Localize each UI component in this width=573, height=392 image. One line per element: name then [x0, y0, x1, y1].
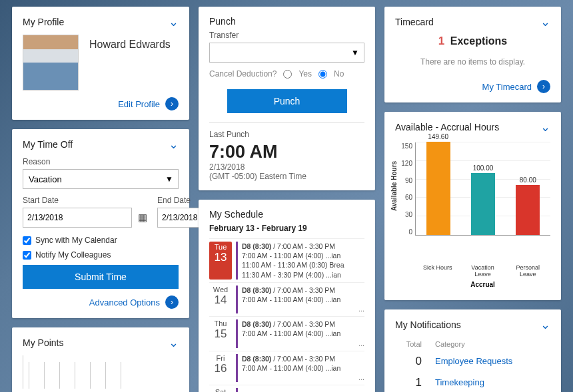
y-tick: 60: [395, 194, 412, 201]
bar: 149.60: [420, 133, 456, 235]
accrual-chart: Available Hours 1501209060300 149.60100.…: [395, 140, 550, 291]
chart-tick: [29, 362, 29, 389]
card-title: Timecard: [395, 17, 434, 27]
schedule-range: February 13 - February 19: [209, 224, 364, 233]
notify-checkbox[interactable]: [23, 251, 31, 260]
y-axis-title: Available Hours: [390, 140, 398, 233]
cancel-deduction-label: Cancel Deduction?: [209, 69, 277, 79]
timezone-text: (GMT -05:00) Eastern Time: [209, 172, 364, 181]
advanced-options-link[interactable]: Advanced Options ›: [23, 295, 179, 309]
y-tick: 90: [395, 177, 412, 184]
notification-total: 0: [395, 355, 422, 368]
x-label: Vacation Leave: [464, 265, 501, 278]
last-punch-date: 2/13/2018: [209, 162, 364, 172]
card-title: My Schedule: [209, 209, 263, 220]
day-box: Wed14: [209, 286, 232, 314]
notify-label: Notify My Colleagues: [35, 250, 111, 260]
col-total-header: Total: [395, 340, 422, 348]
profile-name: Howard Edwards: [89, 39, 171, 51]
arrow-right-icon: ›: [165, 295, 179, 309]
chart-tick: [121, 362, 121, 389]
exceptions-count: 1: [438, 35, 444, 47]
bar: 80.00: [510, 176, 546, 235]
day-lines: D8 (8:30) / 7:00 AM - 3:30 PM7:00 AM - 1…: [236, 242, 364, 280]
day-box: Thu15: [209, 319, 232, 348]
chevron-down-icon[interactable]: ⌄: [169, 337, 179, 349]
card-title: My Time Off: [23, 139, 73, 150]
card-title: Available - Accrual Hours: [395, 122, 499, 132]
my-timecard-label: My Timecard: [482, 82, 532, 92]
y-tick: 120: [395, 160, 412, 167]
notification-total: 1: [395, 376, 422, 389]
yes-label: Yes: [298, 69, 312, 79]
accrual-hours-card: Available - Accrual Hours ⌄ Available Ho…: [384, 112, 561, 300]
start-date-label: Start Date: [23, 196, 151, 205]
advanced-options-label: Advanced Options: [89, 297, 160, 307]
notification-row: 1Timekeeping: [395, 372, 550, 392]
avatar: [23, 35, 79, 91]
day-lines: D8 (8:30) / 7:00 AM - 3:30 PM7:00 AM - 1…: [236, 286, 364, 314]
notification-category-link[interactable]: Employee Requests: [435, 356, 512, 366]
start-date-input[interactable]: [23, 208, 132, 228]
points-chart: [23, 355, 179, 389]
chevron-down-icon[interactable]: ⌄: [169, 16, 179, 28]
submit-time-button[interactable]: Submit Time: [23, 265, 179, 289]
edit-profile-label: Edit Profile: [118, 99, 160, 109]
schedule-day[interactable]: Fri16D8 (8:30) / 7:00 AM - 3:30 PM7:00 A…: [209, 351, 364, 385]
card-title: My Profile: [23, 17, 64, 27]
my-points-card: My Points ⌄: [12, 327, 189, 392]
cancel-deduction-no-radio[interactable]: [318, 70, 327, 79]
schedule-day[interactable]: Wed14D8 (8:30) / 7:00 AM - 3:30 PM7:00 A…: [209, 282, 364, 317]
timecard-card: Timecard ⌄ 1 Exceptions There are no ite…: [384, 7, 561, 102]
notify-checkbox-row[interactable]: Notify My Colleagues: [23, 250, 179, 260]
notification-category-link[interactable]: Timekeeping: [435, 377, 484, 387]
y-tick: 0: [395, 228, 412, 236]
reason-select[interactable]: [23, 169, 179, 189]
calendar-icon[interactable]: ▦: [135, 210, 151, 226]
reason-label: Reason: [23, 157, 179, 166]
chart-tick: [90, 362, 91, 389]
day-box: Fri16: [209, 354, 232, 383]
card-title: Punch: [209, 16, 236, 27]
no-label: No: [334, 69, 344, 79]
my-timecard-link[interactable]: My Timecard ›: [395, 80, 550, 93]
chevron-down-icon[interactable]: ⌄: [540, 16, 550, 28]
chart-tick: [105, 362, 106, 389]
edit-profile-link[interactable]: Edit Profile ›: [23, 97, 179, 110]
card-title: My Points: [23, 337, 63, 348]
sync-label: Sync with My Calendar: [35, 236, 117, 245]
chevron-down-icon[interactable]: ⌄: [540, 319, 550, 331]
schedule-day[interactable]: Thu15D8 (8:30) / 7:00 AM - 3:30 PM7:00 A…: [209, 316, 364, 351]
arrow-right-icon: ›: [165, 97, 179, 110]
punch-button[interactable]: Punch: [227, 89, 347, 113]
x-axis-title: Accrual: [415, 281, 550, 288]
chart-tick: [75, 362, 75, 389]
sync-checkbox-row[interactable]: Sync with My Calendar: [23, 236, 179, 245]
chart-tick: [59, 362, 60, 389]
transfer-select[interactable]: [209, 43, 364, 63]
bar: 100.00: [464, 164, 501, 235]
notification-row: 0Employee Requests: [395, 351, 550, 372]
chevron-down-icon[interactable]: ⌄: [540, 121, 550, 133]
last-punch-time: 7:00 AM: [209, 142, 364, 162]
chart-tick: [44, 362, 45, 389]
schedule-day[interactable]: Tue13D8 (8:30) / 7:00 AM - 3:30 PM7:00 A…: [209, 238, 364, 282]
y-tick: 150: [395, 142, 412, 150]
last-punch-label: Last Punch: [209, 130, 364, 139]
schedule-day[interactable]: Sat17: [209, 385, 364, 392]
empty-state-text: There are no items to display.: [395, 57, 550, 67]
my-schedule-card: My Schedule February 13 - February 19 Tu…: [199, 200, 375, 392]
y-tick: 30: [395, 211, 412, 218]
my-profile-card: My Profile ⌄ Howard Edwards Edit Profile…: [12, 7, 189, 120]
divider: [209, 122, 364, 123]
sync-checkbox[interactable]: [23, 236, 31, 245]
card-title: My Notifications: [395, 319, 461, 330]
my-time-off-card: My Time Off ⌄ Reason ▼ Start Date ▦ End …: [12, 129, 189, 318]
col-category-header: Category: [435, 340, 465, 348]
punch-card: Punch Transfer ▼ Cancel Deduction? Yes N…: [199, 7, 375, 190]
day-box: Sat17: [209, 388, 232, 392]
day-lines: D8 (8:30) / 7:00 AM - 3:30 PM7:00 AM - 1…: [236, 354, 364, 383]
cancel-deduction-yes-radio[interactable]: [283, 70, 292, 79]
chevron-down-icon[interactable]: ⌄: [169, 138, 179, 150]
day-box: Tue13: [209, 242, 232, 280]
